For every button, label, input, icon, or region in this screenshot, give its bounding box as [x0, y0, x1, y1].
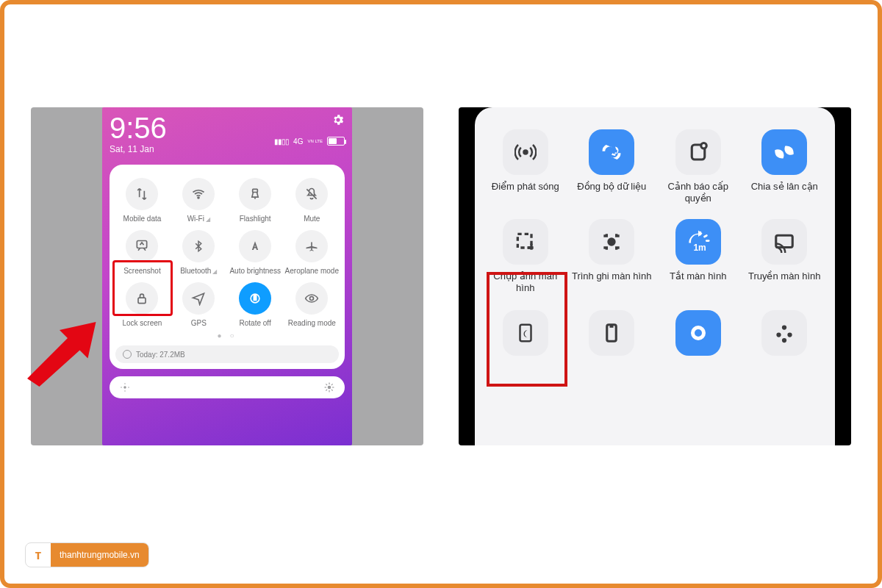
tile-rotate[interactable]: Rotate off	[229, 279, 282, 329]
moon-icon	[503, 310, 548, 356]
svg-rect-30	[520, 325, 531, 342]
svg-rect-24	[517, 234, 531, 248]
sync-icon	[589, 129, 634, 175]
tile-cast[interactable]: Truyền màn hình	[745, 219, 825, 295]
circle-icon	[675, 310, 721, 356]
tile-label: Mute	[304, 215, 320, 223]
plane-icon	[295, 230, 328, 262]
tile-label: GPS	[191, 319, 207, 327]
wifi-icon	[182, 178, 215, 210]
left-panel: 9:56 Sat, 11 Jan ▮▮▯▯ 4G VN LTE	[31, 107, 423, 445]
tile-hotspot[interactable]: Điểm phát sóng	[485, 129, 566, 206]
alert-icon	[675, 129, 721, 175]
data-usage-label: Today: 27.2MB	[136, 351, 185, 359]
tile-gps[interactable]: GPS	[172, 279, 226, 329]
tile-screenshot[interactable]: Screenshot	[115, 227, 169, 276]
svg-rect-29	[776, 235, 793, 247]
page-dots[interactable]: ● ○	[115, 331, 339, 340]
quick-settings-grid: Mobile dataWi-Fi◢FlashlightMuteScreensho…	[115, 175, 339, 329]
tile-row3-more[interactable]	[745, 310, 825, 356]
svg-rect-1	[253, 189, 258, 192]
more-icon	[761, 310, 807, 356]
tile-label: Rotate off	[240, 319, 271, 327]
tile-screenshot2[interactable]: Chụp ảnh màn hình	[485, 219, 566, 295]
panels: 9:56 Sat, 11 Jan ▮▮▯▯ 4G VN LTE	[31, 107, 851, 445]
svg-point-36	[788, 332, 792, 337]
tile-nearby[interactable]: Chia sẻ lân cận	[745, 129, 825, 206]
tile-label: Chụp ảnh màn hình	[485, 270, 566, 295]
autobright-icon	[239, 230, 271, 262]
tile-plane[interactable]: Aeroplane mode	[285, 227, 339, 276]
right-panel: Điểm phát sóngĐồng bộ dữ liệuCảnh báo cấ…	[459, 107, 851, 445]
tile-sync[interactable]: Đồng bộ dữ liệu	[572, 129, 653, 206]
lock-icon	[126, 282, 158, 315]
tile-lock[interactable]: Lock screen	[115, 279, 169, 329]
sun-large-icon	[324, 382, 334, 392]
arrow-icon	[19, 306, 100, 387]
mute-icon	[295, 178, 328, 210]
tile-label: Điểm phát sóng	[492, 181, 559, 206]
signal-icon: ▮▮▯▯	[274, 137, 289, 146]
tile-label: Flashlight	[240, 215, 271, 223]
tile-read[interactable]: Reading mode	[285, 279, 339, 329]
tile-bt[interactable]: Bluetooth◢	[172, 227, 226, 276]
watermark-text: thanhtrungmobile.vn	[51, 543, 148, 567]
tile-record[interactable]: Trình ghi màn hình	[572, 219, 653, 295]
tile-label: Lock screen	[122, 319, 162, 327]
battery-icon	[327, 137, 345, 146]
article-frame: 9:56 Sat, 11 Jan ▮▮▯▯ 4G VN LTE	[0, 0, 882, 588]
tile-data[interactable]: Mobile data	[115, 175, 169, 224]
tile-label: Chia sẻ lân cận	[751, 181, 818, 206]
tile-label: Screenshot	[123, 267, 161, 275]
nearby-icon	[761, 129, 807, 175]
data-icon	[126, 178, 158, 210]
sun-small-icon	[120, 382, 130, 392]
tile-row3-circle[interactable]	[658, 310, 739, 356]
tile-label: Wi-Fi◢	[187, 215, 210, 223]
svg-point-33	[692, 328, 703, 339]
svg-point-34	[782, 325, 786, 329]
screenshot-icon	[126, 230, 158, 262]
settings-icon[interactable]	[331, 113, 345, 126]
tile-label: Aeroplane mode	[285, 267, 339, 275]
samsung-quick-panel: Điểm phát sóngĐồng bộ dữ liệuCảnh báo cấ…	[475, 107, 835, 445]
left-stage: 9:56 Sat, 11 Jan ▮▮▯▯ 4G VN LTE	[31, 107, 423, 445]
svg-line-18	[326, 390, 327, 391]
quick-settings-grid-right: Điểm phát sóngĐồng bộ dữ liệuCảnh báo cấ…	[485, 129, 825, 295]
tile-label: Bluetooth◢	[180, 267, 217, 275]
flash-icon	[239, 178, 271, 210]
tile-label: Auto brightness	[229, 267, 281, 275]
date: Sat, 11 Jan	[110, 144, 167, 154]
tile-timer[interactable]: 1mTắt màn hình	[658, 219, 739, 295]
status-icons: ▮▮▯▯ 4G VN LTE	[274, 137, 345, 146]
svg-point-35	[777, 332, 781, 337]
right-stage: Điểm phát sóngĐồng bộ dữ liệuCảnh báo cấ…	[459, 107, 851, 445]
tile-flash[interactable]: Flashlight	[229, 175, 282, 224]
tile-autobright[interactable]: Auto brightness	[229, 227, 282, 276]
timer-icon: 1m	[675, 219, 721, 265]
svg-point-0	[198, 197, 199, 198]
tile-alert[interactable]: Cảnh báo cấp quyền	[658, 129, 739, 206]
hotspot-icon	[503, 129, 548, 175]
phone-icon	[589, 310, 634, 356]
tile-mute[interactable]: Mute	[285, 175, 339, 224]
svg-point-5	[310, 297, 314, 301]
tile-label: Reading mode	[288, 319, 336, 327]
read-icon	[295, 282, 328, 315]
svg-line-19	[331, 384, 333, 385]
tile-row3-phone[interactable]	[572, 310, 653, 356]
cast-icon	[761, 219, 807, 265]
tile-wifi[interactable]: Wi-Fi◢	[172, 175, 226, 224]
tile-row3-moon[interactable]	[485, 310, 566, 356]
miui-notification-shade: 9:56 Sat, 11 Jan ▮▮▯▯ 4G VN LTE	[102, 107, 352, 445]
screenshot2-icon	[503, 219, 548, 265]
record-icon	[589, 219, 634, 265]
data-usage-pill[interactable]: Today: 27.2MB	[115, 345, 339, 363]
svg-point-21	[523, 151, 527, 154]
brightness-card[interactable]	[110, 376, 345, 398]
tile-label: Tắt màn hình	[670, 270, 726, 295]
rotate-icon	[239, 282, 271, 315]
svg-point-37	[782, 338, 786, 343]
svg-line-17	[331, 390, 333, 391]
quick-settings-row3	[485, 310, 825, 356]
